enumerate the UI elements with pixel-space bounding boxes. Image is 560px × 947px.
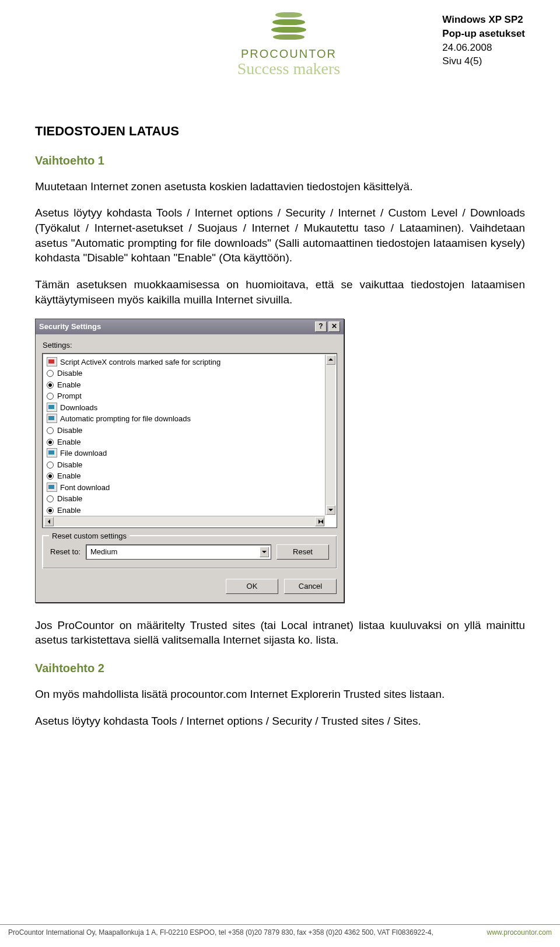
activex-icon	[47, 357, 57, 366]
tree-category: Font download	[47, 482, 323, 494]
cancel-button[interactable]: Cancel	[284, 579, 337, 594]
tree-category: Automatic prompting for file downloads	[47, 413, 323, 425]
help-button[interactable]: ?	[315, 322, 327, 332]
tree-category: Script ActiveX controls marked safe for …	[47, 357, 323, 368]
settings-label: Settings:	[43, 340, 337, 351]
tree-item-label: Downloads	[60, 403, 97, 412]
tree-item-label: Enable	[57, 438, 80, 446]
tree-radio-option[interactable]: Disable	[47, 493, 323, 505]
tree-radio-option[interactable]: Disable	[47, 459, 323, 471]
meta-title2: Pop-up asetukset	[442, 27, 525, 41]
radio-icon[interactable]	[47, 462, 54, 469]
scroll-left-icon[interactable]	[44, 517, 54, 526]
page-footer: ProCountor International Oy, Maapallonku…	[0, 924, 560, 936]
scroll-up-icon[interactable]	[326, 355, 335, 365]
meta-title1: Windows XP SP2	[442, 13, 525, 27]
logo-icon	[271, 11, 306, 41]
doc-meta: Windows XP SP2 Pop-up asetukset 24.06.20…	[442, 13, 525, 68]
tree-category: File download	[47, 448, 323, 459]
radio-icon[interactable]	[47, 495, 54, 502]
tree-item-label: Automatic prompting for file downloads	[60, 414, 191, 423]
option2-heading: Vaihtoehto 2	[35, 661, 525, 676]
vertical-scrollbar[interactable]	[325, 355, 335, 515]
tree-radio-option[interactable]: Disable	[47, 425, 323, 436]
tree-category: Downloads	[47, 402, 323, 414]
paragraph: On myös mahdollista lisätä procountor.co…	[35, 687, 525, 702]
tree-radio-option[interactable]: Enable	[47, 505, 323, 514]
section-heading: TIEDOSTOJEN LATAUS	[35, 123, 525, 140]
tree-radio-option[interactable]: Enable	[47, 470, 323, 482]
tree-item-label: Enable	[57, 380, 80, 389]
tree-radio-option[interactable]: Prompt	[47, 390, 323, 402]
radio-icon[interactable]	[47, 439, 54, 446]
radio-icon[interactable]	[47, 507, 54, 514]
option1-heading: Vaihtoehto 1	[35, 153, 525, 169]
footer-url: www.procountor.com	[487, 928, 552, 936]
tree-radio-option[interactable]: Disable	[47, 368, 323, 379]
chevron-down-icon[interactable]	[260, 547, 269, 557]
download-icon	[47, 448, 57, 457]
tree-item-label: Font download	[60, 483, 110, 492]
paragraph: Tämän asetuksen muokkaamisessa on huomio…	[35, 277, 525, 307]
meta-date: 24.06.2008	[442, 41, 525, 55]
scroll-down-icon[interactable]	[326, 505, 335, 515]
tree-item-label: Prompt	[57, 392, 82, 400]
security-settings-dialog: Security Settings ? ✕ Settings: Script A…	[35, 319, 344, 603]
reset-button[interactable]: Reset	[276, 544, 329, 560]
footer-text: ProCountor International Oy, Maapallonku…	[8, 928, 433, 936]
tree-item-label: Disable	[57, 494, 82, 503]
combo-value: Medium	[90, 547, 117, 557]
dialog-title: Security Settings	[39, 322, 101, 332]
paragraph: Jos ProCountor on määritelty Trusted sit…	[35, 618, 525, 648]
dialog-titlebar: Security Settings ? ✕	[36, 319, 344, 334]
paragraph: Asetus löytyy kohdasta Tools / Internet …	[35, 714, 525, 729]
reset-fieldset: Reset custom settings Reset to: Medium R…	[43, 536, 337, 568]
download-icon	[47, 414, 57, 423]
tree-item-label: Disable	[57, 460, 82, 469]
brand-logo: PROCOUNTOR Success makers	[222, 11, 356, 78]
tree-item-label: Script ActiveX controls marked safe for …	[60, 358, 220, 366]
fieldset-legend: Reset custom settings	[49, 531, 130, 541]
tree-item-label: Disable	[57, 426, 82, 435]
reset-level-select[interactable]: Medium	[86, 545, 271, 559]
reset-to-label: Reset to:	[50, 547, 80, 557]
close-button[interactable]: ✕	[328, 322, 340, 332]
paragraph: Muutetaan Internet zonen asetusta koskie…	[35, 179, 525, 194]
paragraph: Asetus löytyy kohdasta Tools / Internet …	[35, 205, 525, 265]
scroll-right-icon[interactable]	[315, 517, 324, 526]
radio-icon[interactable]	[47, 370, 54, 377]
meta-page: Sivu 4(5)	[442, 54, 525, 68]
radio-icon[interactable]	[47, 427, 54, 434]
download-icon	[47, 483, 57, 492]
brand-slogan: Success makers	[222, 60, 356, 78]
tree-item-label: Enable	[57, 506, 80, 514]
radio-icon[interactable]	[47, 473, 54, 480]
tree-radio-option[interactable]: Enable	[47, 436, 323, 448]
tree-item-label: Enable	[57, 471, 80, 480]
horizontal-scrollbar[interactable]	[44, 516, 325, 526]
radio-icon[interactable]	[47, 382, 54, 389]
tree-radio-option[interactable]: Enable	[47, 379, 323, 391]
ok-button[interactable]: OK	[226, 579, 278, 594]
tree-item-label: File download	[60, 449, 107, 457]
tree-item-label: Disable	[57, 369, 82, 378]
download-icon	[47, 403, 57, 412]
brand-name: PROCOUNTOR	[222, 47, 356, 61]
radio-icon[interactable]	[47, 393, 54, 400]
settings-tree[interactable]: Script ActiveX controls marked safe for …	[43, 354, 337, 527]
